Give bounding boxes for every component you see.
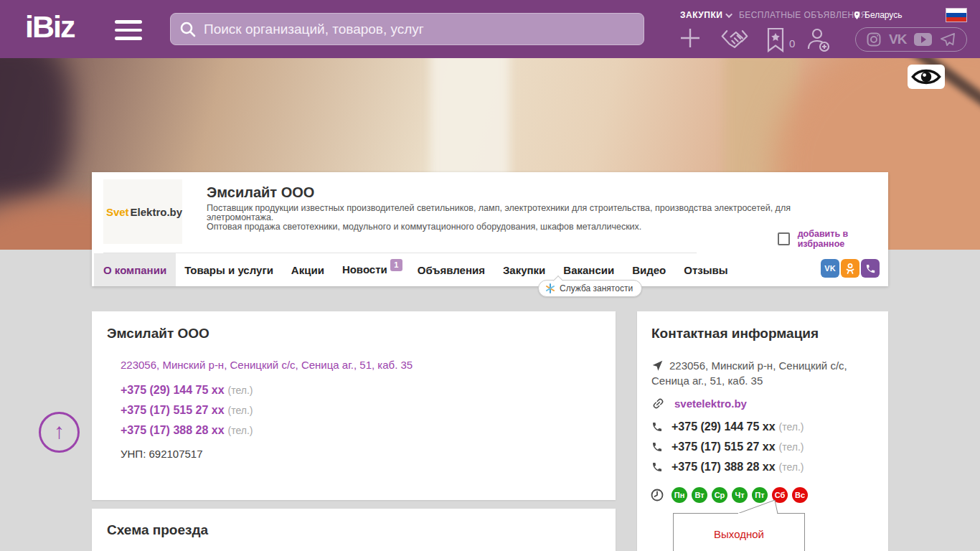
phone-link[interactable]: +375 (29) 144 75 xx xyxy=(672,420,776,433)
logo-text-elektro: Elektro.by xyxy=(131,206,183,218)
language-flag-russian[interactable] xyxy=(946,8,967,22)
tab-label: Закупки xyxy=(503,264,545,276)
contact-address: 223056, Минский р-н, Сеницкий с/с, Сениц… xyxy=(651,358,870,388)
tab-purchases[interactable]: Закупки xyxy=(503,264,545,276)
tel-suffix: (тел.) xyxy=(779,421,804,433)
company-logo[interactable]: SvetElektro.by xyxy=(103,179,182,244)
tab-vacancies[interactable]: Вакансии xyxy=(563,264,614,276)
tab-ads[interactable]: Объявления xyxy=(418,264,485,276)
vk-icon[interactable]: VK xyxy=(821,259,839,278)
partners-button[interactable] xyxy=(720,27,749,55)
day-tue[interactable]: Вт xyxy=(692,487,707,503)
tab-label: Видео xyxy=(632,264,666,276)
phone-row: +375 (17) 388 28 xx(тел.) xyxy=(121,424,253,437)
map-section: Схема проезда xyxy=(92,509,616,551)
phone-link[interactable]: +375 (17) 515 27 xx xyxy=(121,404,225,416)
vk-icon[interactable]: VK xyxy=(889,32,906,47)
page: iBiz ЗАКУПКИ БЕСПЛАТНЫЕ ОБЪЯВЛЕНИЯ Белар… xyxy=(0,0,980,551)
phone-icon xyxy=(651,441,663,453)
working-hours-row: Пн Вт Ср Чт Пт Сб Вс xyxy=(651,487,808,503)
link-icon xyxy=(649,394,668,413)
tab-video[interactable]: Видео xyxy=(632,264,666,276)
tel-suffix: (тел.) xyxy=(228,425,253,436)
clock-icon xyxy=(651,489,664,501)
header: iBiz ЗАКУПКИ БЕСПЛАТНЫЕ ОБЪЯВЛЕНИЯ Белар… xyxy=(0,0,980,58)
tab-reviews[interactable]: Отзывы xyxy=(684,264,727,276)
contact-phone-row: +375 (29) 144 75 xx(тел.) xyxy=(651,420,804,433)
add-to-favorites[interactable]: добавить в избранное xyxy=(778,229,888,249)
vacancies-tooltip-label: Служба занятости xyxy=(560,283,633,293)
favorite-label: добавить в избранное xyxy=(798,229,888,249)
user-add-icon xyxy=(805,27,831,52)
login-button[interactable] xyxy=(805,27,831,55)
favorites-count[interactable]: 0 xyxy=(789,37,795,50)
company-tabs: О компании Товары и услуги Акции Новости… xyxy=(103,253,746,286)
about-section: Эмсилайт ООО 223056, Минский р-н, Сеницк… xyxy=(92,311,616,500)
instagram-icon[interactable] xyxy=(867,32,881,47)
telegram-icon[interactable] xyxy=(940,32,956,47)
search-icon xyxy=(179,21,197,38)
tab-news[interactable]: Новости1 xyxy=(342,263,400,277)
tab-about[interactable]: О компании xyxy=(94,253,176,286)
scroll-to-top-button[interactable]: ↑ xyxy=(39,412,80,453)
tel-suffix: (тел.) xyxy=(228,385,253,396)
hamburger-menu-icon[interactable] xyxy=(115,20,142,40)
search-input[interactable] xyxy=(204,22,635,37)
header-social-links: VK xyxy=(855,27,967,52)
tab-products[interactable]: Товары и услуги xyxy=(184,264,273,276)
youtube-icon[interactable] xyxy=(914,33,932,46)
vacancies-tooltip: Служба занятости xyxy=(538,280,642,297)
tab-label: Новости xyxy=(342,263,387,276)
phone-row: +375 (17) 515 27 xx(тел.) xyxy=(121,404,253,417)
play-triangle xyxy=(921,36,926,43)
tab-label: Товары и услуги xyxy=(184,264,273,276)
search-bar[interactable] xyxy=(170,13,644,45)
phone-link[interactable]: +375 (29) 144 75 xx xyxy=(121,384,225,396)
tab-label: Вакансии xyxy=(563,264,614,276)
nav-zakupki-label: ЗАКУПКИ xyxy=(680,10,722,20)
odnoklassniki-icon[interactable] xyxy=(841,259,859,278)
employment-service-icon xyxy=(545,283,555,293)
website-row: svetelektro.by xyxy=(651,397,747,410)
add-button[interactable] xyxy=(679,27,701,52)
tab-label: Акции xyxy=(291,264,324,276)
day-mon[interactable]: Пн xyxy=(672,487,687,503)
logo-text-svet: Svet xyxy=(106,206,129,218)
viber-icon[interactable] xyxy=(861,259,880,278)
nav-free-ads[interactable]: БЕСПЛАТНЫЕ ОБЪЯВЛЕНИЯ xyxy=(739,9,867,21)
company-description: Поставщик продукции известных производит… xyxy=(207,204,856,232)
company-address-link[interactable]: 223056, Минский р-н, Сеницкий с/с, Сениц… xyxy=(121,359,413,371)
phone-link[interactable]: +375 (17) 388 28 xx xyxy=(121,424,225,436)
hero-shape xyxy=(0,58,72,202)
day-wed[interactable]: Ср xyxy=(712,487,727,503)
plus-icon xyxy=(679,27,701,49)
company-unp: УНП: 692107517 xyxy=(121,448,203,460)
up-arrow-icon: ↑ xyxy=(54,420,65,442)
views-eye-button[interactable] xyxy=(908,65,945,89)
phone-link[interactable]: +375 (17) 515 27 xx xyxy=(672,441,776,453)
company-card: SvetElektro.by Эмсилайт ООО Поставщик пр… xyxy=(92,172,888,286)
tab-label: Отзывы xyxy=(684,264,727,276)
company-social-links: VK xyxy=(821,259,880,278)
day-sun[interactable]: Вс xyxy=(792,487,808,503)
phone-link[interactable]: +375 (17) 388 28 xx xyxy=(672,461,776,474)
contact-phone-row: +375 (17) 515 27 xx(тел.) xyxy=(651,441,804,453)
tab-promotions[interactable]: Акции xyxy=(291,264,324,276)
tooltip-pointer xyxy=(738,499,783,514)
hamburger-bar xyxy=(115,37,142,40)
favorite-checkbox[interactable] xyxy=(778,232,790,245)
favorites-button[interactable] xyxy=(766,27,785,56)
country-selector[interactable]: Беларусь xyxy=(852,9,902,21)
company-name: Эмсилайт ООО xyxy=(207,184,314,201)
description-line: Поставщик продукции известных производит… xyxy=(207,204,856,222)
flag-stripe xyxy=(946,17,966,22)
day-off-label: Выходной xyxy=(714,528,764,540)
site-logo[interactable]: iBiz xyxy=(25,9,74,44)
section-title: Схема проезда xyxy=(107,522,208,538)
tab-label: О компании xyxy=(103,264,166,276)
navigation-arrow-icon xyxy=(651,359,664,372)
nav-zakupki[interactable]: ЗАКУПКИ xyxy=(680,9,732,21)
news-badge: 1 xyxy=(390,259,402,271)
website-link[interactable]: svetelektro.by xyxy=(674,397,747,410)
nav-free-ads-label: БЕСПЛАТНЫЕ ОБЪЯВЛЕНИЯ xyxy=(739,10,867,20)
